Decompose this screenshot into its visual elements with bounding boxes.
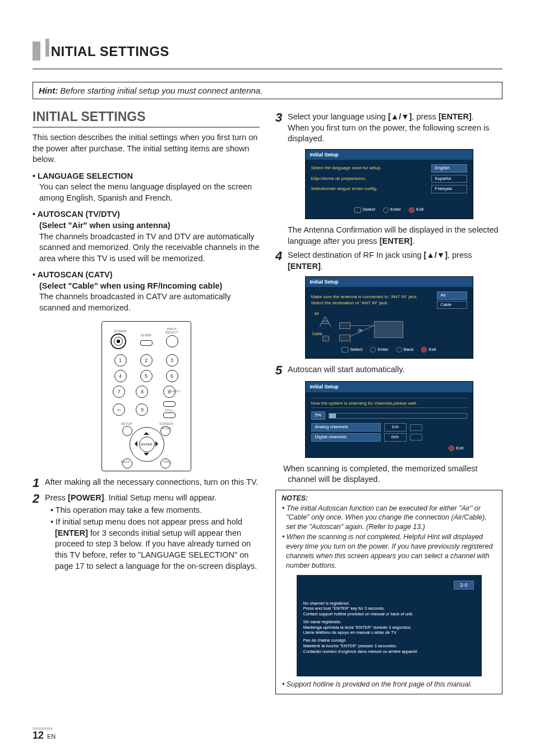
left-column: INITIAL SETTINGS This section describes … — [33, 108, 260, 694]
notes-box: NOTES: The initial Autoscan function can… — [275, 490, 502, 695]
step-5-after: When scanning is completed, the memorize… — [275, 463, 502, 485]
hint-box: Hint: Before starting initial setup you … — [33, 82, 502, 99]
num-2: 2 — [140, 354, 153, 367]
osd-language-select: Initial Setup Select the language used f… — [305, 149, 473, 219]
still-button-icon — [163, 412, 176, 418]
step-3-after: The Antenna Confirmation will be display… — [275, 225, 502, 247]
bullet-autoscan-tv: • AUTOSCAN (TV/DTV) (Select "Air" when u… — [33, 209, 260, 264]
num-3: 3 — [166, 354, 178, 367]
header-rule-line — [33, 68, 502, 69]
header-title: NITIAL SETTINGS — [51, 44, 169, 61]
power-button-icon — [110, 333, 126, 349]
num-4: 4 — [114, 370, 127, 382]
num-5: 5 — [140, 370, 153, 382]
page-number: 12EN — [33, 727, 56, 741]
section-title: INITIAL SETTINGS — [33, 108, 260, 128]
page-header: I NITIAL SETTINGS — [33, 35, 502, 61]
num-0: 0 — [136, 403, 148, 416]
num-1: 1 — [114, 354, 127, 367]
right-column: 3 Select your language using [▲/▼], pres… — [275, 108, 502, 694]
dash-button: – — [113, 403, 125, 416]
osd-helpful-hint: 2-0 No channel is registered. Press and … — [297, 575, 482, 677]
remote-illustration: POWER SLEEP INPUT SELECT 1 — [33, 321, 260, 471]
enter-button-icon: ENTER — [139, 437, 155, 452]
sleep-button-icon — [140, 340, 153, 346]
header-accent-block — [33, 41, 40, 61]
bullet-language: • LANGUAGE SELECTION You can select the … — [33, 171, 260, 204]
intro-paragraph: This section describes the initial setti… — [33, 132, 260, 165]
bullet-autoscan-catv: • AUTOSCAN (CATV) (Select "Cable" when u… — [33, 270, 260, 313]
num-6: 6 — [166, 370, 178, 382]
analog-type-icon — [410, 424, 422, 431]
audio-button-icon — [163, 401, 176, 407]
dpad-icon: SETUP SCREEN MODE ENTER BACK INFO — [121, 421, 172, 466]
step-3: 3 Select your language using [▲/▼], pres… — [275, 112, 502, 145]
hint-label: Hint: — [39, 86, 58, 95]
num-8: 8 — [136, 386, 148, 398]
osd-autoscan-progress: Initial Setup Now the system is scanning… — [305, 381, 473, 457]
step-1: 1 After making all the necessary connect… — [33, 477, 260, 489]
step-5: 5 Autoscan will start automatically. — [275, 364, 502, 377]
osd-antenna-select: Initial Setup Make sure the antenna is c… — [305, 276, 473, 359]
header-dropcap: I — [44, 35, 51, 61]
step-4: 4 Select destination of RF In jack using… — [275, 250, 502, 272]
step-2: 2 Press [POWER]. Initial Setup menu will… — [33, 493, 260, 573]
digital-type-icon — [410, 434, 422, 440]
num-7: 7 — [113, 386, 125, 398]
input-select-icon — [166, 335, 178, 347]
